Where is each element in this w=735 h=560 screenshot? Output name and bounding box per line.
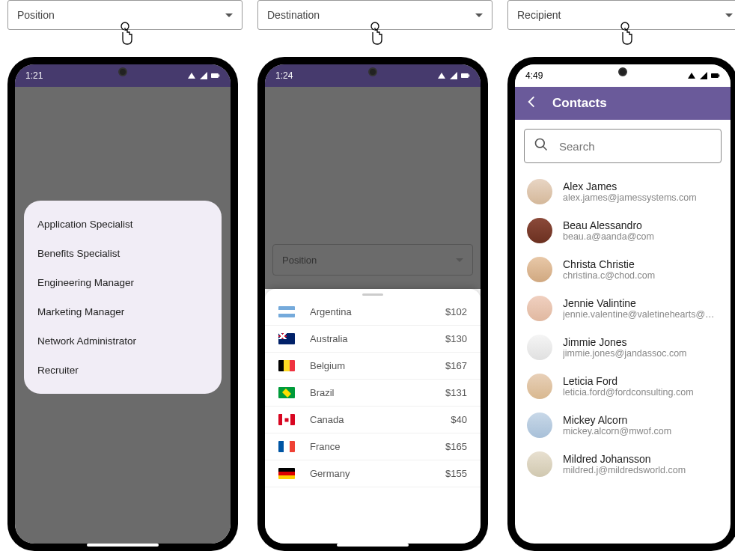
- pointer-cursor-icon: [115, 22, 135, 49]
- contact-email: mickey.alcorn@mwof.com: [563, 426, 719, 436]
- column-position: Position 1:21 Application Specialist: [7, 0, 243, 30]
- contact-email: jimmie.jones@jandassoc.com: [563, 348, 719, 359]
- flag-icon: [278, 387, 295, 398]
- camera-notch: [118, 67, 127, 76]
- flag-icon: [278, 414, 295, 425]
- search-input[interactable]: [559, 140, 712, 153]
- contact-info: Jennie Valintinejennie.valentine@valetin…: [563, 297, 719, 320]
- position-field-behind[interactable]: Position: [272, 244, 473, 276]
- svg-rect-5: [469, 75, 470, 77]
- position-popup-list: Application Specialist Benefits Speciali…: [24, 201, 222, 394]
- nav-pill: [87, 544, 159, 547]
- country-price: $40: [451, 414, 467, 425]
- camera-notch: [368, 67, 377, 76]
- popup-item[interactable]: Marketing Manager: [24, 297, 222, 326]
- country-row[interactable]: France$165: [265, 433, 481, 460]
- status-time: 1:24: [275, 70, 293, 81]
- country-name: Belgium: [310, 360, 445, 371]
- svg-rect-2: [219, 75, 220, 77]
- country-row[interactable]: Belgium$167: [265, 353, 481, 380]
- flag-icon: [278, 333, 295, 344]
- country-row[interactable]: Brazil$131: [265, 380, 481, 407]
- recipient-dropdown[interactable]: Recipient: [507, 0, 735, 30]
- avatar: [527, 179, 552, 204]
- camera-notch: [618, 67, 627, 76]
- country-price: $131: [445, 387, 467, 398]
- chevron-down-icon: [225, 13, 233, 17]
- status-icons: [187, 71, 220, 80]
- contact-info: Leticia Fordleticia.ford@fordconsulting.…: [563, 375, 719, 398]
- contact-email: leticia.ford@fordconsulting.com: [563, 387, 719, 398]
- search-box[interactable]: [524, 129, 722, 163]
- field-label: Position: [282, 255, 317, 266]
- destination-dropdown[interactable]: Destination: [257, 0, 492, 30]
- contact-row[interactable]: Jimmie Jonesjimmie.jones@jandassoc.com: [515, 328, 731, 367]
- search-icon: [534, 137, 549, 155]
- contacts-appbar: Contacts: [515, 87, 731, 120]
- country-price: $102: [445, 306, 467, 317]
- chevron-down-icon: [456, 258, 463, 262]
- position-dropdown[interactable]: Position: [7, 0, 243, 30]
- avatar: [527, 257, 552, 282]
- contact-row[interactable]: Alex Jamesalex.james@jamessystems.com: [515, 172, 731, 211]
- popup-item[interactable]: Engineering Manager: [24, 268, 222, 297]
- search-container: [515, 120, 731, 172]
- country-price: $167: [445, 360, 467, 371]
- popup-item[interactable]: Benefits Specialist: [24, 239, 222, 268]
- contact-email: beau.a@aanda@com: [563, 231, 719, 242]
- avatar: [527, 374, 552, 399]
- country-row[interactable]: Canada$40: [265, 407, 481, 433]
- contact-info: Mickey Alcornmickey.alcorn@mwof.com: [563, 414, 719, 436]
- status-icons: [437, 71, 470, 80]
- contact-email: alex.james@jamessystems.com: [563, 192, 719, 203]
- destination-bottom-sheet: Argentina$102Australia$130Belgium$167Bra…: [265, 289, 481, 544]
- sheet-handle[interactable]: [362, 293, 383, 296]
- contact-row[interactable]: Leticia Fordleticia.ford@fordconsulting.…: [515, 367, 731, 406]
- popup-item[interactable]: Network Administrator: [24, 326, 222, 356]
- popup-item[interactable]: Application Specialist: [24, 210, 222, 239]
- column-recipient: Recipient 4:49 Contacts: [507, 0, 735, 30]
- contact-row[interactable]: Beau Alessandrobeau.a@aanda@com: [515, 211, 731, 250]
- flag-icon: [278, 306, 295, 317]
- phone-screen-1: 1:21 Application Specialist Benefits Spe…: [15, 64, 231, 544]
- contact-email: christina.c@chod.com: [563, 270, 719, 281]
- contact-info: Mildred Johanssonmildred.j@mildredsworld…: [563, 453, 719, 475]
- phone-mockup-2: 1:24 Position Argentina$102Australia$130…: [257, 57, 488, 551]
- contact-row[interactable]: Christa Christiechristina.c@chod.com: [515, 250, 731, 289]
- country-name: Australia: [310, 333, 445, 344]
- status-time: 4:49: [525, 70, 543, 81]
- back-arrow-icon[interactable]: [524, 94, 539, 112]
- avatar: [527, 335, 552, 360]
- svg-point-0: [121, 22, 129, 30]
- country-row[interactable]: Germany$155: [265, 460, 481, 487]
- contact-name: Jennie Valintine: [563, 297, 719, 309]
- contact-info: Alex Jamesalex.james@jamessystems.com: [563, 180, 719, 203]
- country-price: $130: [445, 333, 467, 344]
- dropdown-label: Position: [17, 9, 55, 21]
- svg-point-6: [621, 22, 629, 30]
- svg-rect-7: [711, 73, 719, 78]
- avatar: [527, 413, 552, 438]
- country-name: Brazil: [310, 387, 445, 398]
- country-row[interactable]: Argentina$102: [265, 299, 481, 326]
- avatar: [527, 296, 552, 321]
- country-list: Argentina$102Australia$130Belgium$167Bra…: [265, 299, 481, 487]
- popup-item[interactable]: Recruiter: [24, 356, 222, 385]
- contact-row[interactable]: Mildred Johanssonmildred.j@mildredsworld…: [515, 445, 731, 484]
- phone-mockup-1: 1:21 Application Specialist Benefits Spe…: [7, 57, 238, 551]
- contact-row[interactable]: Jennie Valintinejennie.valentine@valetin…: [515, 289, 731, 328]
- appbar-title: Contacts: [552, 96, 607, 111]
- svg-rect-4: [461, 73, 469, 78]
- flag-icon: [278, 468, 295, 479]
- status-icons: [687, 71, 720, 80]
- flag-icon: [278, 360, 295, 371]
- nav-pill: [337, 544, 409, 547]
- svg-line-10: [543, 147, 547, 150]
- pointer-cursor-icon: [365, 22, 385, 49]
- contact-row[interactable]: Mickey Alcornmickey.alcorn@mwof.com: [515, 406, 731, 445]
- country-row[interactable]: Australia$130: [265, 326, 481, 353]
- flag-icon: [278, 441, 295, 452]
- contact-name: Mickey Alcorn: [563, 414, 719, 426]
- status-time: 1:21: [25, 70, 43, 81]
- svg-rect-8: [719, 75, 720, 77]
